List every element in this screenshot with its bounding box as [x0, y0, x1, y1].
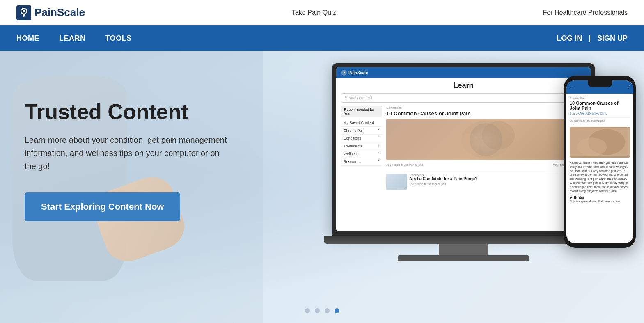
screen-learn-title: Learn [341, 81, 586, 90]
svg-point-2 [23, 10, 25, 12]
phone-img-svg [570, 127, 630, 158]
sidebar-saved[interactable]: My Saved Content [341, 119, 382, 127]
svg-point-9 [577, 137, 607, 156]
phone-rating: 30 people found this helpful [570, 119, 630, 122]
logo[interactable]: PainScale [16, 5, 85, 20]
phone-more-text: This is a general term that covers many [570, 199, 630, 204]
article2-footer: 150 people found this helpful [409, 183, 477, 186]
carousel-dots [305, 308, 339, 313]
laptop-stand [439, 244, 488, 256]
nav-home[interactable]: HOME [16, 34, 39, 43]
hero-content: Trusted Content Learn more about your co… [25, 100, 263, 221]
sidebar-recommended[interactable]: Recommended for You [341, 106, 382, 117]
phone-article-image [570, 127, 630, 158]
screen-header: ⚕ PainScale [336, 67, 591, 78]
phone-share-icon[interactable]: ⤴ [628, 85, 630, 89]
screen-search[interactable]: Search content 🔍 [341, 93, 586, 103]
laptop-mockup: ⚕ PainScale Learn Search content 🔍 [332, 63, 603, 301]
laptop-screen: ⚕ PainScale Learn Search content 🔍 [336, 67, 591, 231]
phone-divider-2 [570, 125, 630, 125]
article-image-2 [386, 174, 407, 190]
screen-logo-text: PainScale [348, 71, 368, 75]
carousel-dot-4[interactable] [335, 308, 339, 313]
phone-source: Source: WebMD, Mayo Clinic [570, 112, 630, 115]
screen-logo: ⚕ PainScale [341, 70, 368, 76]
top-bar: PainScale Take Pain Quiz For Healthcare … [0, 0, 644, 25]
logo-text: PainScale [34, 6, 85, 19]
hero-title: Trusted Content [25, 100, 263, 124]
phone-mockup: ← ⤴ Chronic Pain 10 Common Causes of Joi… [564, 76, 636, 248]
sidebar-chronic[interactable]: Chronic Pain ˅ [341, 127, 382, 135]
devices-container: ⚕ PainScale Learn Search content 🔍 [307, 51, 644, 323]
phone-article-title: 10 Common Causes of Joint Pain [570, 101, 630, 110]
svg-point-5 [482, 121, 515, 150]
carousel-dot-3[interactable] [325, 308, 330, 313]
phone-screen-body: Chronic Pain 10 Common Causes of Joint P… [566, 94, 633, 207]
sidebar-resources[interactable]: Resources ˅ [341, 158, 382, 166]
article-title-1[interactable]: 10 Common Causes of Joint Pain [386, 110, 586, 117]
screen-main: Conditions 10 Common Causes of Joint Pai… [386, 106, 586, 190]
search-placeholder: Search content [345, 96, 372, 100]
nav-auth-divider: | [589, 34, 591, 43]
phone-section-title: Arthritis [570, 195, 630, 199]
phone-back-icon[interactable]: ← [570, 85, 573, 89]
screen-content: Learn Search content 🔍 Recommended for Y… [336, 78, 591, 193]
article-label-1: Conditions [386, 106, 586, 110]
sidebar-treatments[interactable]: Treatments ˅ [341, 142, 382, 150]
article-card-2-text: Treatments Am I a Candidate for a Pain P… [409, 174, 477, 190]
svg-rect-3 [23, 14, 25, 17]
svg-rect-0 [16, 5, 31, 20]
screen-logo-icon: ⚕ [341, 70, 347, 76]
logo-icon [16, 5, 31, 20]
joint-svg [386, 119, 586, 160]
article-card-2: Treatments Am I a Candidate for a Pain P… [386, 171, 586, 190]
carousel-dot-2[interactable] [315, 308, 320, 313]
article-image-1 [386, 119, 586, 160]
carousel-dot-1[interactable] [305, 308, 310, 313]
laptop-body: ⚕ PainScale Learn Search content 🔍 [332, 63, 595, 236]
article-footer-1: 360 people found this helpful Print Shar… [386, 163, 586, 167]
article-label-2: Treatments [409, 174, 477, 176]
hero-subtitle: Learn more about your condition, get pai… [25, 133, 230, 173]
take-pain-quiz-link[interactable]: Take Pain Quiz [292, 9, 336, 16]
article-title-2[interactable]: Am I a Candidate for a Pain Pump? [409, 176, 477, 181]
nav-bar: HOME LEARN TOOLS LOG IN | SIGN UP [0, 25, 644, 51]
phone-category: Chronic Pain [570, 97, 630, 100]
phone-body-text: You never realize how often you use each… [570, 161, 630, 193]
cta-button[interactable]: Start Exploring Content Now [25, 192, 180, 221]
hero-section: Trusted Content Learn more about your co… [0, 51, 644, 323]
login-button[interactable]: LOG IN [557, 34, 582, 43]
sidebar-conditions[interactable]: Conditions ˅ [341, 135, 382, 142]
sidebar-wellness[interactable]: Wellness ˅ [341, 150, 382, 158]
nav-tools[interactable]: TOOLS [105, 34, 132, 43]
phone-source-links[interactable]: WebMD, Mayo Clinic [580, 112, 607, 115]
screen-body: Recommended for You My Saved Content Chr… [341, 106, 586, 190]
phone-divider-1 [570, 117, 630, 118]
laptop-base [324, 236, 603, 244]
for-healthcare-link[interactable]: For Healthcare Professionals [543, 9, 628, 16]
phone-notch [588, 80, 612, 87]
nav-right: LOG IN | SIGN UP [557, 34, 628, 43]
laptop-foot [398, 255, 529, 261]
article-card-1: Conditions 10 Common Causes of Joint Pai… [386, 106, 586, 167]
article-helpful-count: 360 people found this helpful [386, 163, 423, 167]
nav-learn[interactable]: LEARN [59, 34, 86, 43]
nav-left: HOME LEARN TOOLS [16, 34, 132, 43]
svg-point-6 [459, 133, 480, 154]
screen-sidebar: Recommended for You My Saved Content Chr… [341, 106, 382, 190]
signup-button[interactable]: SIGN UP [597, 34, 628, 43]
phone-screen: ← ⤴ Chronic Pain 10 Common Causes of Joi… [566, 80, 633, 243]
